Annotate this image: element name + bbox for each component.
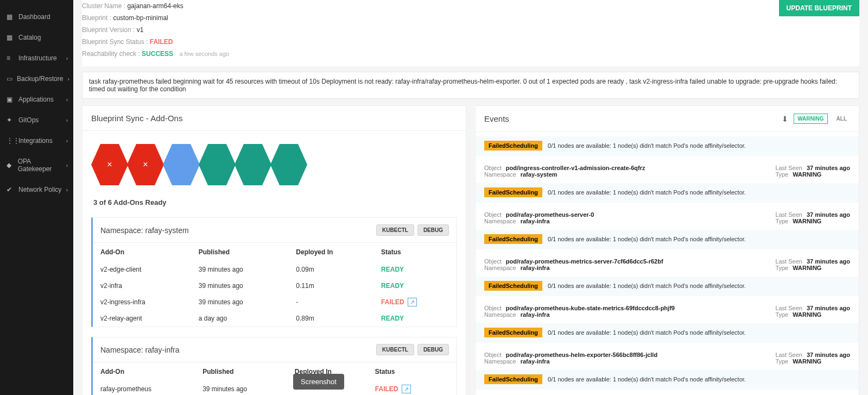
sidebar-item-label: Applications xyxy=(18,96,54,103)
sync-status-label: Blueprint Sync Status : xyxy=(82,38,148,46)
last-seen-label: Last Seen xyxy=(775,165,802,171)
hexagon-teal[interactable] xyxy=(270,144,307,185)
hexagon-teal[interactable] xyxy=(199,144,236,185)
download-icon[interactable]: ⬇ xyxy=(782,115,788,123)
external-link-icon[interactable]: ↗ xyxy=(408,298,417,306)
object-label: Object xyxy=(484,165,502,171)
addon-published: 39 minutes ago xyxy=(191,261,289,278)
object-label: Object xyxy=(484,258,502,265)
events-filter-warning[interactable]: WARNING xyxy=(794,114,827,124)
kubectl-button[interactable]: KUBECTL xyxy=(376,344,414,355)
addon-deployed: 0.09m xyxy=(288,261,373,278)
table-row: v2-infra39 minutes ago0.11mREADY xyxy=(93,278,457,294)
last-seen-value: 37 minutes ago xyxy=(807,352,850,358)
addon-deployed: 0.11m xyxy=(288,278,373,294)
sidebar-item-network-policy[interactable]: ✔Network Policy› xyxy=(0,179,73,200)
last-seen-label: Last Seen xyxy=(775,305,802,311)
event-detail: Objectpod/rafay-prometheus-kube-state-me… xyxy=(484,296,850,323)
chevron-right-icon: › xyxy=(66,162,68,168)
sidebar-item-label: OPA Gatekeeper xyxy=(18,158,62,173)
hexagon-red[interactable]: × xyxy=(91,144,128,185)
addon-status: READY xyxy=(381,266,404,273)
hexagon-teal[interactable] xyxy=(235,144,271,185)
addon-published: 39 minutes ago xyxy=(191,278,289,294)
event-message: 0/1 nodes are available: 1 node(s) didn'… xyxy=(548,142,746,149)
event-badge: FailedScheduling xyxy=(484,281,542,291)
event-message: 0/1 nodes are available: 1 node(s) didn'… xyxy=(548,236,746,242)
sidebar-icon: ⋮⋮ xyxy=(7,137,14,145)
external-link-icon[interactable]: ↗ xyxy=(402,385,411,393)
debug-button[interactable]: DEBUG xyxy=(417,224,449,236)
namespace-value: rafay-system xyxy=(521,171,557,178)
chevron-right-icon: › xyxy=(66,187,68,193)
sidebar-item-infrastructure[interactable]: ≡Infrastructure› xyxy=(0,48,73,68)
last-seen-label: Last Seen xyxy=(775,258,802,265)
reachability-label: Reachability check : xyxy=(82,50,140,58)
col-status: Status xyxy=(373,243,457,262)
event-detail: Objectpod/rafay-prometheus-server-0Names… xyxy=(484,203,850,230)
event-summary[interactable]: FailedScheduling0/1 nodes are available:… xyxy=(476,183,859,203)
addon-status: FAILED xyxy=(381,298,404,306)
addon-name: v2-infra xyxy=(93,278,191,294)
object-label: Object xyxy=(484,211,502,218)
sidebar: ▦Dashboard▦Catalog≡Infrastructure›▭Backu… xyxy=(0,0,73,395)
chevron-right-icon: › xyxy=(66,55,68,61)
update-blueprint-button[interactable]: UPDATE BLUEPRINT xyxy=(779,0,859,16)
addons-panel: Blueprint Sync - Add-Ons ×× 3 of 6 Add-O… xyxy=(82,105,466,395)
sidebar-item-catalog[interactable]: ▦Catalog xyxy=(0,27,73,48)
object-value: pod/ingress-controller-v1-admission-crea… xyxy=(506,165,645,171)
event-summary[interactable]: FailedScheduling0/1 nodes are available:… xyxy=(476,323,859,343)
event-badge: FailedScheduling xyxy=(484,141,542,151)
object-value: pod/rafay-prometheus-helm-exporter-566bc… xyxy=(506,352,657,358)
namespace-value: rafay-infra xyxy=(521,218,550,224)
object-value: pod/rafay-prometheus-kube-state-metrics-… xyxy=(506,305,675,311)
cluster-name-label: Cluster Name : xyxy=(82,2,125,10)
sidebar-item-integrations[interactable]: ⋮⋮Integrations› xyxy=(0,130,73,151)
reachability-time: a few seconds ago xyxy=(179,51,229,57)
object-label: Object xyxy=(484,305,502,311)
addon-published: 39 minutes ago xyxy=(195,381,287,395)
event-summary[interactable]: FailedScheduling0/1 nodes are available:… xyxy=(476,230,859,249)
sidebar-icon: ✦ xyxy=(7,116,14,124)
sidebar-item-opa-gatekeeper[interactable]: ◆OPA Gatekeeper› xyxy=(0,151,73,179)
event-message: 0/1 nodes are available: 1 node(s) didn'… xyxy=(548,189,746,196)
col-addon: Add-On xyxy=(93,362,195,381)
object-value: pod/rafay-prometheus-metrics-server-7cf6… xyxy=(506,258,663,265)
type-label: Type xyxy=(775,265,788,271)
addon-name: rafay-prometheus xyxy=(93,381,195,395)
kubectl-button[interactable]: KUBECTL xyxy=(376,224,414,236)
hexagon-red[interactable]: × xyxy=(127,144,164,185)
type-value: WARNING xyxy=(793,358,821,365)
sidebar-item-dashboard[interactable]: ▦Dashboard xyxy=(0,7,73,27)
event-summary[interactable]: FailedScheduling0/1 nodes are available:… xyxy=(476,277,859,296)
chevron-right-icon: › xyxy=(66,117,68,123)
sidebar-item-label: Dashboard xyxy=(18,13,50,21)
events-filter-all[interactable]: ALL xyxy=(833,114,850,123)
event-message: 0/1 nodes are available: 1 node(s) didn'… xyxy=(548,376,746,383)
namespace-value: rafay-infra xyxy=(521,358,550,365)
sidebar-icon: ▭ xyxy=(7,75,12,83)
col-deployed: Deployed In xyxy=(288,243,373,262)
sidebar-icon: ✔ xyxy=(7,186,14,193)
sidebar-item-applications[interactable]: ▣Applications› xyxy=(0,89,73,110)
addon-deployed: - xyxy=(288,294,373,310)
sidebar-item-gitops[interactable]: ✦GitOps› xyxy=(0,110,73,130)
hexagon-blue[interactable] xyxy=(163,144,200,185)
type-value: WARNING xyxy=(793,265,821,271)
blueprint-version-label: Blueprint Version : xyxy=(82,26,135,34)
sidebar-icon: ≡ xyxy=(7,54,14,62)
sidebar-item-backup-restore[interactable]: ▭Backup/Restore› xyxy=(0,68,73,89)
addon-name: v2-relay-agent xyxy=(93,310,191,327)
last-seen-value: 37 minutes ago xyxy=(807,258,850,265)
event-summary[interactable]: FailedScheduling0/1 nodes are available:… xyxy=(476,370,859,390)
event-badge: FailedScheduling xyxy=(484,187,542,197)
sidebar-icon: ▦ xyxy=(7,34,14,41)
addon-status: FAILED xyxy=(375,385,398,393)
namespace-value: rafay-infra xyxy=(521,265,550,271)
event-summary[interactable]: FailedScheduling0/1 nodes are available:… xyxy=(476,136,859,156)
namespace-label: Namespace xyxy=(484,265,516,271)
chevron-right-icon: › xyxy=(67,76,69,82)
addon-published: a day ago xyxy=(191,310,289,327)
debug-button[interactable]: DEBUG xyxy=(417,344,449,355)
last-seen-value: 37 minutes ago xyxy=(807,305,850,311)
